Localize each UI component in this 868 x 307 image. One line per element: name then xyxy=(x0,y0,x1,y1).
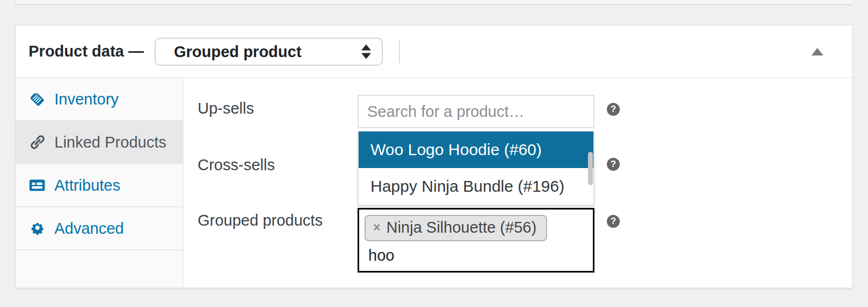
product-type-select[interactable]: Grouped product xyxy=(155,38,383,66)
gear-icon xyxy=(29,220,45,236)
tag-icon xyxy=(29,91,45,107)
product-search-results: Woo Logo Hoodie (#60) Happy Ninja Bundle… xyxy=(358,131,594,206)
product-data-body: Inventory Linked Products xyxy=(16,78,852,288)
product-data-header: Product data — Grouped product xyxy=(16,25,852,78)
product-type-value: Grouped product xyxy=(174,43,302,61)
collapse-panel-icon[interactable] xyxy=(811,48,823,55)
tab-linked-products[interactable]: Linked Products xyxy=(16,121,183,164)
upsells-search-input[interactable] xyxy=(358,95,594,128)
search-result-item[interactable]: Woo Logo Hoodie (#60) xyxy=(359,131,593,168)
crosssells-help-icon[interactable]: ? xyxy=(607,158,620,171)
grouped-products-search-input[interactable] xyxy=(367,246,572,265)
tab-label: Linked Products xyxy=(54,134,166,151)
tab-label: Advanced xyxy=(54,220,124,238)
tab-inventory[interactable]: Inventory xyxy=(16,78,183,121)
grouped-products-label: Grouped products xyxy=(198,212,323,228)
upsells-label: Up-sells xyxy=(198,100,254,116)
search-result-item[interactable]: Happy Ninja Bundle (#196) xyxy=(359,168,593,205)
grouped-products-field[interactable]: × Ninja Silhouette (#56) xyxy=(358,208,594,273)
crosssells-label: Cross-sells xyxy=(198,157,275,173)
link-icon xyxy=(29,134,45,150)
tab-advanced[interactable]: Advanced xyxy=(16,207,183,250)
tab-attributes[interactable]: Attributes xyxy=(16,164,183,207)
dropdown-scrollbar[interactable] xyxy=(588,152,593,185)
select-spinner-icon xyxy=(361,45,371,59)
tab-label: Attributes xyxy=(54,177,121,194)
selected-product-tag-label: Ninja Silhouette (#56) xyxy=(386,219,536,236)
product-data-tabs: Inventory Linked Products xyxy=(16,78,184,288)
linked-products-panel: Up-sells Cross-sells Grouped products Wo… xyxy=(184,78,852,288)
previous-metabox-edge xyxy=(15,0,853,4)
header-divider xyxy=(399,40,400,63)
selected-product-tag: × Ninja Silhouette (#56) xyxy=(365,215,547,241)
panel-title: Product data — xyxy=(29,25,144,77)
tab-label: Inventory xyxy=(54,90,118,108)
attributes-icon xyxy=(29,177,45,193)
product-data-panel: Product data — Grouped product xyxy=(15,25,853,288)
remove-tag-icon[interactable]: × xyxy=(373,221,380,234)
grouped-products-help-icon[interactable]: ? xyxy=(607,215,620,228)
upsells-help-icon[interactable]: ? xyxy=(607,103,620,116)
